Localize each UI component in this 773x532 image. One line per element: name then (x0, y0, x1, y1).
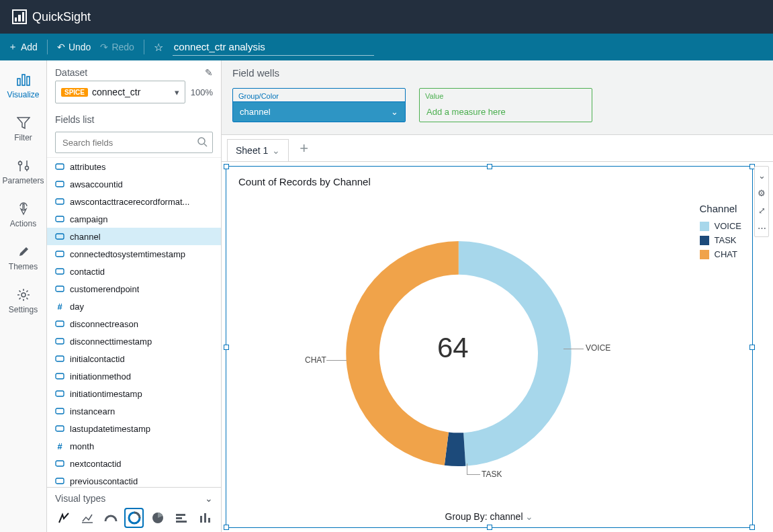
field-item[interactable]: #month (47, 437, 221, 455)
legend-label: TASK (715, 235, 737, 245)
chevron-down-icon[interactable]: ⌄ (391, 107, 398, 117)
field-item[interactable]: campaign (47, 210, 221, 228)
field-item[interactable]: customerendpoint (47, 280, 221, 298)
format-gear-icon[interactable]: ⚙ (755, 184, 768, 202)
field-item[interactable]: initialcontactid (47, 350, 221, 367)
field-name: disconnectreason (70, 319, 138, 329)
svg-point-8 (198, 138, 205, 144)
bar-chart-icon (16, 73, 31, 87)
expand-down-icon[interactable]: ⌄ (755, 167, 768, 184)
analysis-title-input[interactable] (173, 38, 374, 56)
fields-list[interactable]: attributesawsaccountidawscontacttracerec… (47, 157, 221, 487)
maximize-icon[interactable]: ⤢ (755, 202, 768, 219)
favorite-toggle[interactable]: ☆ (154, 41, 163, 54)
leader-line (563, 349, 584, 349)
add-button[interactable]: ＋ Add (8, 41, 38, 53)
field-item[interactable]: attributes (47, 158, 221, 175)
field-item[interactable]: instancearn (47, 402, 221, 420)
more-dots-icon[interactable]: ⋯ (755, 219, 768, 236)
app-header: QuickSight (0, 0, 773, 34)
dimension-icon (55, 337, 64, 345)
field-item[interactable]: contactid (47, 263, 221, 280)
action-bar: ＋ Add ↶ Undo ↷ Redo ☆ (0, 34, 773, 60)
add-sheet-button[interactable]: + (294, 136, 314, 161)
nav-themes[interactable]: Themes (0, 236, 46, 279)
svg-point-7 (21, 293, 26, 297)
field-item[interactable]: channel (47, 228, 221, 245)
nav-label: Themes (9, 262, 38, 271)
field-name: previouscontactid (70, 476, 138, 486)
legend-item[interactable]: TASK (700, 235, 741, 245)
svg-rect-35 (208, 518, 210, 523)
field-item[interactable]: connectedtosystemtimestamp (47, 245, 221, 263)
vt-donut[interactable] (126, 509, 142, 527)
field-item[interactable]: initiationmethod (47, 367, 221, 385)
field-item[interactable]: #day (47, 298, 221, 315)
field-name: attributes (70, 162, 105, 172)
nav-settings[interactable]: Settings (0, 279, 46, 322)
redo-button[interactable]: ↷ Redo (100, 42, 134, 52)
group-by-label[interactable]: Group By: channel ⌄ (226, 511, 752, 522)
field-item[interactable]: nextcontactid (47, 455, 221, 472)
nav-label: Visualize (7, 90, 40, 99)
field-item[interactable]: awscontacttracerecordformat... (47, 193, 221, 210)
nav-rail: Visualize Filter Parameters Actions Them… (0, 60, 47, 532)
field-item[interactable]: disconnecttimestamp (47, 332, 221, 350)
sheet-canvas[interactable]: Count of Records by Channel Channel VOIC… (222, 162, 773, 532)
undo-icon: ↶ (57, 42, 65, 52)
legend-item[interactable]: VOICE (700, 221, 741, 231)
dataset-section-label: Dataset (55, 67, 87, 78)
vt-autograph[interactable] (55, 509, 72, 527)
svg-rect-17 (56, 286, 64, 292)
undo-label: Undo (69, 42, 91, 52)
vt-kpi[interactable] (79, 509, 95, 527)
field-item[interactable]: awsaccountid (47, 175, 221, 193)
nav-parameters[interactable]: Parameters (0, 150, 46, 193)
search-fields-input[interactable] (55, 132, 213, 153)
collapse-icon[interactable]: ⌄ (205, 493, 213, 504)
sheet-tab-1[interactable]: Sheet 1 ⌄ (227, 139, 289, 161)
well-group-label: Group/Color (233, 89, 405, 101)
svg-rect-23 (56, 408, 64, 414)
dimension-icon (55, 232, 64, 240)
field-item[interactable]: lastupdatetimestamp (47, 420, 221, 437)
funnel-icon (16, 116, 31, 130)
field-name: instancearn (70, 406, 115, 416)
resize-handle[interactable] (224, 525, 229, 530)
sheet-tab-label: Sheet 1 (236, 145, 268, 156)
vt-vbar[interactable] (196, 509, 213, 527)
dimension-icon (55, 372, 64, 380)
resize-handle[interactable] (749, 525, 755, 530)
well-group-value: channel (240, 107, 271, 117)
resize-handle[interactable] (487, 164, 492, 169)
resize-handle[interactable] (224, 164, 229, 169)
legend-item[interactable]: CHAT (700, 249, 741, 259)
field-item[interactable]: previouscontactid (47, 472, 221, 487)
field-wells: Field wells Group/Color channel ⌄ Value … (222, 60, 773, 135)
dataset-percent: 100% (191, 87, 213, 97)
leader-line (467, 474, 480, 475)
center-total: 64 (437, 332, 469, 364)
chevron-down-icon[interactable]: ⌄ (272, 145, 280, 156)
undo-button[interactable]: ↶ Undo (57, 42, 91, 52)
svg-rect-33 (200, 516, 202, 523)
visual-frame[interactable]: Count of Records by Channel Channel VOIC… (226, 166, 753, 528)
dataset-selector[interactable]: SPICE connect_ctr ▾ (55, 81, 185, 103)
svg-rect-21 (56, 373, 64, 379)
field-wells-title: Field wells (232, 67, 762, 79)
vt-gauge[interactable] (102, 509, 119, 527)
slice-voice[interactable] (459, 241, 572, 466)
edit-dataset-icon[interactable]: ✎ (205, 67, 213, 78)
nav-actions[interactable]: Actions (0, 193, 46, 236)
svg-rect-0 (17, 79, 20, 85)
field-item[interactable]: initiationtimestamp (47, 385, 221, 402)
nav-filter[interactable]: Filter (0, 107, 46, 150)
well-group-color[interactable]: Group/Color channel ⌄ (232, 88, 406, 122)
nav-visualize[interactable]: Visualize (0, 64, 46, 107)
vt-hbar[interactable] (173, 509, 189, 527)
resize-handle[interactable] (487, 525, 492, 530)
field-item[interactable]: disconnectreason (47, 315, 221, 332)
well-value[interactable]: Value Add a measure here (419, 88, 592, 122)
vt-pie[interactable] (149, 509, 166, 527)
field-name: initiationtimestamp (70, 389, 142, 399)
